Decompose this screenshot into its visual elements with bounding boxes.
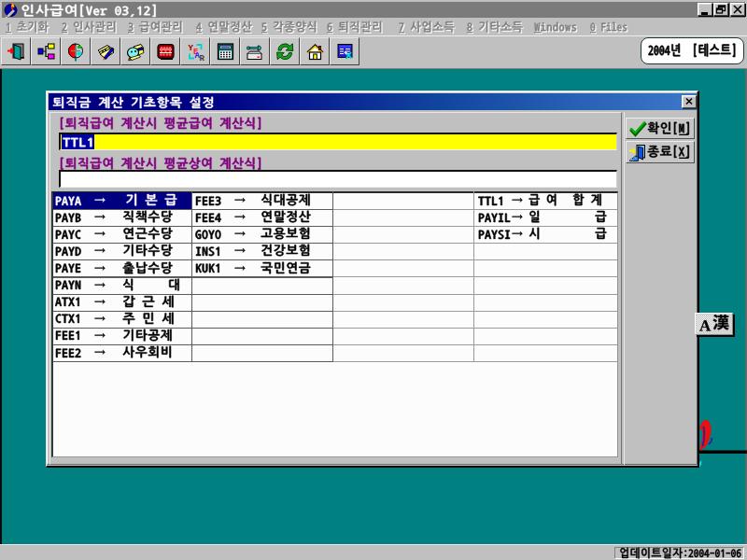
svg-text:R: R (200, 53, 205, 62)
